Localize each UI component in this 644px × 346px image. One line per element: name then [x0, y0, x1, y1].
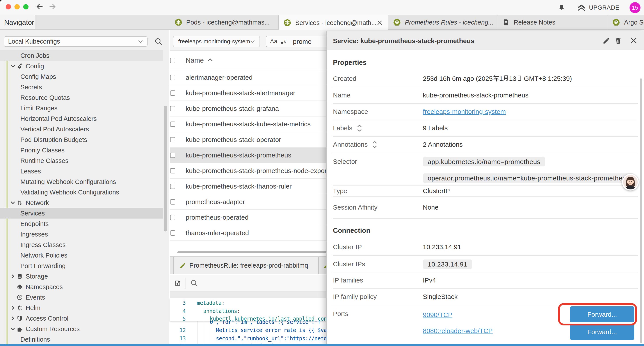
tab-bar: Navigator Pods - icecheng@mathmas... Ser…: [0, 15, 644, 30]
notification-count-badge[interactable]: 15: [630, 2, 640, 13]
sidebar-item-network-policies[interactable]: Network Policies: [0, 250, 163, 261]
sidebar-item-ingress-classes[interactable]: Ingress Classes: [0, 240, 163, 250]
notifications-bell-icon[interactable]: [558, 4, 565, 11]
sticky-line: 3 metadata:: [170, 299, 200, 307]
user-avatar[interactable]: [622, 174, 639, 191]
upgrade-icon[interactable]: [577, 4, 586, 11]
sidebar-scrollbar[interactable]: [164, 106, 167, 232]
sidebar-item-services[interactable]: Services: [0, 208, 163, 219]
sidebar-item-pod-disruption-budgets[interactable]: Pod Disruption Budgets: [0, 134, 163, 145]
sidebar-item-helm[interactable]: Helm: [0, 303, 163, 313]
regex-toggle[interactable]: *: [281, 37, 286, 46]
select-all-checkbox[interactable]: [170, 58, 175, 63]
drawer-scrollbar[interactable]: [640, 78, 642, 343]
sidebar-item-events[interactable]: Events: [0, 292, 163, 303]
forward-button[interactable]: [49, 3, 56, 10]
tab-release-notes[interactable]: Release Notes: [497, 15, 608, 29]
forward-button[interactable]: Forward...: [570, 324, 634, 340]
tab-argo[interactable]: Argo Se: [608, 15, 644, 29]
sidebar-item-network[interactable]: Network: [0, 198, 163, 208]
sidebar-item-leases[interactable]: Leases: [0, 166, 163, 177]
code-line: 13 second.","runbook_url":"https://netd: [170, 335, 194, 343]
edit-resource-button[interactable]: [602, 37, 610, 44]
cjk-year-glyph: [493, 75, 499, 82]
expand-annotations-icon[interactable]: [372, 141, 377, 148]
sidebar-item-priority-classes[interactable]: Priority Classes: [0, 145, 163, 155]
row-checkbox[interactable]: [170, 199, 175, 205]
custom-resources-puzzle-icon: [17, 326, 23, 332]
sidebar-item-cron-jobs[interactable]: Cron Jobs: [0, 50, 163, 61]
sort-ascending-icon: [208, 58, 212, 61]
sidebar-item-ingresses[interactable]: Ingresses: [0, 229, 163, 240]
sidebar-item-horizontal-pod-autoscalers[interactable]: Horizontal Pod Autoscalers: [0, 113, 163, 124]
sticky-line: 5 kubectl.kubernetes.io/last-applied-con: [170, 315, 200, 321]
close-tab-icon[interactable]: [377, 20, 382, 25]
lens-app-window: UPGRADE 15 Navigator Pods - icecheng@mat…: [0, 0, 644, 346]
sidebar-item-validating-webhook-configurations[interactable]: Validating Webhook Configurations: [0, 187, 163, 198]
row-checkbox[interactable]: [170, 137, 175, 142]
row-checkbox[interactable]: [170, 153, 175, 158]
horizontal-scrollbar[interactable]: [177, 251, 336, 253]
kubernetes-icon: [174, 18, 182, 26]
sidebar-item-runtime-classes[interactable]: Runtime Classes: [0, 155, 163, 166]
close-window-button[interactable]: [6, 4, 11, 9]
sidebar-item-config-maps[interactable]: Config Maps: [0, 71, 163, 82]
row-checkbox[interactable]: [170, 122, 175, 127]
sidebar-item-namespaces[interactable]: Namespaces: [0, 282, 163, 292]
chevron-down-icon: [11, 327, 15, 331]
sidebar-item-mutating-webhook-configurations[interactable]: Mutating Webhook Configurations: [0, 177, 163, 187]
row-checkbox[interactable]: [170, 168, 175, 173]
expand-labels-icon[interactable]: [357, 125, 362, 132]
titlebar: UPGRADE 15: [0, 0, 644, 15]
sidebar-item-access-control[interactable]: Access Control: [0, 313, 163, 324]
storage-database-icon: [17, 273, 23, 280]
row-label-cluster-ip: Cluster IP: [333, 243, 362, 251]
sidebar-search-icon[interactable]: [155, 38, 162, 45]
sidebar-item-limit-ranges[interactable]: Limit Ranges: [0, 103, 163, 113]
row-label-session-affinity: Session Affinity: [333, 203, 378, 212]
sidebar-item-vertical-pod-autoscalers[interactable]: Vertical Pod Autoscalers: [0, 124, 163, 134]
chevron-right-icon: [12, 274, 14, 279]
sidebar-item-endpoints[interactable]: Endpoints: [0, 219, 163, 229]
sidebar-item-custom-resources[interactable]: Custom Resources: [0, 324, 163, 334]
zoom-window-button[interactable]: [23, 4, 28, 9]
back-button[interactable]: [36, 3, 43, 10]
sidebar-item-config[interactable]: Config: [0, 61, 163, 71]
sidebar-item-secrets[interactable]: Secrets: [0, 82, 163, 92]
row-checkbox[interactable]: [170, 75, 175, 80]
row-checkbox[interactable]: [170, 215, 175, 220]
namespace-select[interactable]: freeleaps-monitoring-system: [173, 36, 260, 47]
delete-resource-button[interactable]: [614, 37, 622, 44]
row-checkbox[interactable]: [170, 90, 175, 96]
row-checkbox[interactable]: [170, 184, 175, 189]
editor-search-icon[interactable]: [191, 280, 198, 287]
port-forward-link[interactable]: 8080:reloader-web/TCP: [423, 327, 493, 335]
tab-services[interactable]: Services - icecheng@math...: [278, 15, 388, 30]
port-forward-link[interactable]: 9090/TCP: [423, 311, 452, 319]
config-gears-icon: [17, 63, 23, 69]
events-clock-icon: [17, 294, 23, 301]
row-label-created: Created: [333, 74, 356, 83]
row-value-name: kube-prometheus-stack-prometheus: [423, 91, 528, 100]
namespace-link[interactable]: freeleaps-monitoring-system: [423, 108, 506, 115]
column-header-name[interactable]: Name: [186, 56, 204, 64]
row-checkbox[interactable]: [170, 230, 175, 236]
upgrade-label[interactable]: UPGRADE: [589, 4, 620, 11]
dock-tab-prometheusrule[interactable]: PrometheusRule: freeleaps-prod-rabbitmq: [174, 257, 319, 274]
cluster-selector[interactable]: Local Kubeconfigs: [4, 36, 148, 47]
close-drawer-button[interactable]: [630, 37, 637, 44]
sidebar-item-storage[interactable]: Storage: [0, 271, 163, 282]
tab-prometheus-rules[interactable]: Prometheus Rules - icecheng...: [388, 15, 497, 29]
save-button[interactable]: [174, 280, 181, 287]
tab-pods[interactable]: Pods - icecheng@mathmas...: [170, 15, 278, 29]
sidebar-item-port-forwarding[interactable]: Port Forwarding: [0, 261, 163, 271]
code-link[interactable]: https://netd: [290, 336, 327, 342]
row-value-ip-families: IPv4: [423, 276, 436, 285]
row-checkbox[interactable]: [170, 106, 175, 111]
section-title-connection: Connection: [333, 226, 370, 235]
match-case-toggle[interactable]: Aa: [270, 38, 277, 45]
sidebar-item-resource-quotas[interactable]: Resource Quotas: [0, 92, 163, 103]
minimize-window-button[interactable]: [14, 4, 20, 9]
kubernetes-icon: [284, 19, 291, 27]
sidebar-item-definitions[interactable]: Definitions: [0, 334, 163, 344]
